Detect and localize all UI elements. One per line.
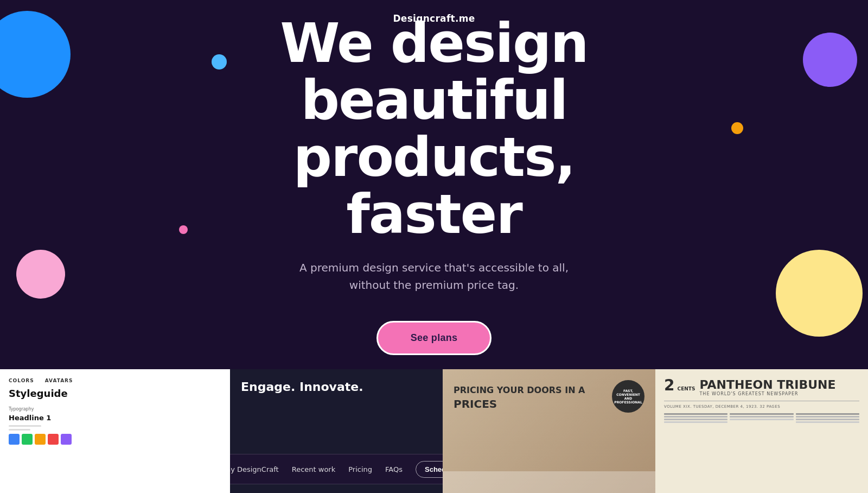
card4-content: 2 CENTS Pantheon Tribune THE WORLD'S GRE… bbox=[655, 369, 868, 493]
hero-section: Designcraft.me We design beautiful produ… bbox=[0, 0, 868, 369]
nav-item-why[interactable]: Why DesignCraft bbox=[230, 465, 279, 473]
styleguide-title: Styleguide bbox=[9, 388, 221, 399]
card3-paper-strip bbox=[443, 471, 655, 493]
purple-circle-decoration bbox=[803, 33, 857, 87]
portfolio-preview-strip: Colors Avatars Styleguide Typography Hea… bbox=[0, 369, 868, 493]
newspaper-divider bbox=[664, 401, 859, 401]
newspaper-columns bbox=[664, 413, 859, 423]
see-plans-button[interactable]: See plans bbox=[376, 321, 492, 355]
coin-unit: CENTS bbox=[678, 386, 695, 391]
newspaper-meta: VOLUME XIX. TUESDAY, DECEMBER 4, 1923. 3… bbox=[664, 404, 859, 409]
swatch-amber bbox=[35, 434, 46, 445]
newspaper-subtitle: THE WORLD'S GREATEST NEWSPAPER bbox=[699, 391, 835, 396]
hero-content: We design beautiful products, faster A p… bbox=[190, 15, 678, 355]
card4-header: 2 CENTS Pantheon Tribune THE WORLD'S GRE… bbox=[664, 378, 859, 396]
newspaper-preview-card: 2 CENTS Pantheon Tribune THE WORLD'S GRE… bbox=[655, 369, 868, 493]
nav-item-recent[interactable]: Recent work bbox=[292, 465, 336, 473]
headline-line-1 bbox=[9, 425, 41, 427]
card3-mockup: FAST, CONVENIENT AND PROFESSIONAL PRICIN… bbox=[443, 369, 655, 493]
swatch-red bbox=[48, 434, 59, 445]
pink-small-circle-decoration bbox=[179, 225, 188, 234]
card1-content-row: Typography Headline 1 bbox=[9, 407, 221, 431]
newspaper-col-2 bbox=[730, 413, 793, 423]
card2-nav-bar[interactable]: ↑ Why DesignCraft Recent work Pricing FA… bbox=[230, 454, 443, 484]
newspaper-col-3 bbox=[796, 413, 859, 423]
card1-header: Colors Avatars bbox=[9, 378, 221, 383]
yellow-circle-decoration bbox=[776, 250, 863, 337]
blue-large-circle-decoration bbox=[0, 11, 71, 98]
newspaper-col-1 bbox=[664, 413, 727, 423]
pricing-paper-preview-card: FAST, CONVENIENT AND PROFESSIONAL PRICIN… bbox=[443, 369, 655, 493]
nav-item-faqs[interactable]: FAQs bbox=[385, 465, 403, 473]
coin-price: 2 CENTS bbox=[664, 378, 695, 393]
typography-label: Typography bbox=[9, 407, 221, 412]
styleguide-preview-card: Colors Avatars Styleguide Typography Hea… bbox=[0, 369, 230, 493]
hero-subtitle: A premium design service that's accessib… bbox=[212, 259, 656, 294]
card3-text: PRICING YOUR DOORS IN A PRICES bbox=[454, 385, 585, 410]
nav-item-pricing[interactable]: Pricing bbox=[348, 465, 372, 473]
card3-prices-text: PRICES bbox=[454, 397, 585, 410]
orange-circle-decoration bbox=[731, 122, 743, 134]
card2-preview-title: Engage. Innovate. bbox=[241, 380, 432, 394]
card3-main-text: PRICING YOUR DOORS IN A bbox=[454, 385, 585, 395]
dark-preview-card: Engage. Innovate. ↑ Why DesignCraft Rece… bbox=[230, 369, 443, 493]
pink-large-circle-decoration bbox=[16, 250, 65, 299]
color-swatches bbox=[9, 434, 221, 445]
card3-badge: FAST, CONVENIENT AND PROFESSIONAL bbox=[612, 380, 644, 413]
nav-inner[interactable]: ↑ Why DesignCraft Recent work Pricing FA… bbox=[230, 454, 443, 484]
card1-typography-col: Typography Headline 1 bbox=[9, 407, 221, 431]
newspaper-title: Pantheon Tribune bbox=[699, 378, 835, 391]
swatch-blue bbox=[9, 434, 20, 445]
nav-cta-button[interactable]: Schedule a call bbox=[416, 461, 443, 478]
headline-label: Headline 1 bbox=[9, 414, 221, 422]
newspaper-title-block: Pantheon Tribune THE WORLD'S GREATEST NE… bbox=[699, 378, 835, 396]
card2-preview-content: Engage. Innovate. bbox=[230, 369, 443, 407]
hero-title: We design beautiful products, faster bbox=[212, 15, 656, 243]
swatch-purple bbox=[61, 434, 72, 445]
swatch-green bbox=[22, 434, 33, 445]
headline-line-2 bbox=[9, 429, 30, 431]
